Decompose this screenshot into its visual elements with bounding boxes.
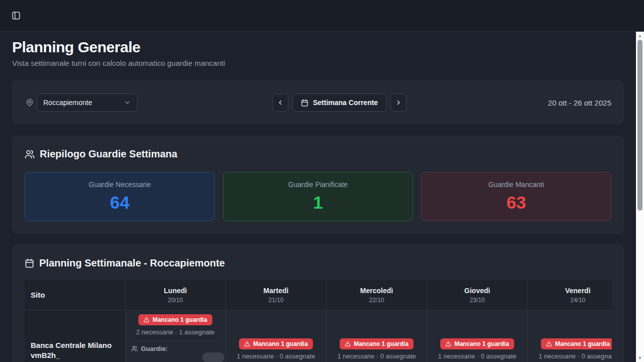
- stat-value: 63: [507, 193, 526, 213]
- week-date-range: 20 ott - 26 ott 2025: [548, 99, 611, 107]
- warning-icon: [143, 317, 149, 323]
- missing-guards-badge: Mancano 1 guardia: [440, 338, 514, 349]
- warning-icon: [244, 341, 250, 347]
- scroll-thumb[interactable]: [637, 40, 642, 211]
- planning-table: Sito Lunedì 20/10 Martedì 21/10 Mercoled…: [25, 280, 612, 362]
- site-select-value: Roccapiemonte: [43, 99, 124, 107]
- day-column-header-martedi: Martedì 21/10: [226, 280, 327, 310]
- cell-detail: 2 necessarie · 1 assegnate: [136, 328, 214, 336]
- missing-guards-badge: Mancano 1 guardia: [239, 338, 313, 349]
- calendar-icon: [301, 99, 308, 107]
- missing-guards-badge: Mancano 1 guardia: [541, 338, 612, 349]
- day-column-header-venerdi: Venerdì 24/10: [528, 280, 612, 310]
- prev-week-button[interactable]: [272, 94, 288, 112]
- vertical-scrollbar[interactable]: ▲ ▼: [636, 32, 644, 362]
- day-cell-martedi: Mancano 1 guardia 1 necessarie · 0 asseg…: [226, 310, 327, 362]
- page-subtitle: Vista settimanale turni con calcolo auto…: [12, 59, 624, 67]
- stat-label: Guardie Pianificate: [288, 180, 348, 189]
- current-week-button[interactable]: Settimana Corrente: [292, 94, 386, 112]
- day-cell-giovedi: Mancano 1 guardia 1 necessarie · 0 asseg…: [427, 310, 528, 362]
- stat-value: 64: [110, 193, 130, 213]
- panel-left-icon: [12, 11, 21, 20]
- site-cell: Banca Centrale Milano vmB2h_: [25, 310, 125, 362]
- sidebar-toggle-button[interactable]: [8, 8, 24, 24]
- day-column-header-giovedi: Giovedì 23/10: [427, 280, 528, 310]
- day-column-header-mercoledi: Mercoledì 22/10: [327, 280, 427, 310]
- cell-detail: 1 necessarie · 0 assegnate: [236, 352, 315, 360]
- chevron-down-icon: [124, 99, 131, 106]
- users-icon: [131, 345, 138, 352]
- missing-guards-badge: Mancano 1 guardia: [138, 314, 212, 325]
- warning-icon: [546, 341, 552, 347]
- cell-detail: 1 necessarie · 0 assegnate: [337, 352, 416, 360]
- current-week-label: Settimana Corrente: [313, 99, 378, 107]
- page-title: Planning Generale: [12, 39, 624, 56]
- top-bar: [0, 0, 644, 31]
- summary-card: Riepilogo Guardie Settimana Guardie Nece…: [12, 136, 624, 234]
- chevron-right-icon: [395, 99, 402, 106]
- cell-detail: 1 necessarie · 0 assegnate: [438, 352, 516, 360]
- filter-bar: Roccapiemonte: [12, 80, 624, 124]
- calendar-icon: [25, 258, 34, 268]
- day-cell-lunedi: Mancano 1 guardia 2 necessarie · 1 asseg…: [125, 310, 226, 362]
- scroll-down-arrow[interactable]: ▼: [636, 354, 644, 361]
- stat-card-guardie-pianificate: Guardie Pianificate 1: [223, 172, 413, 221]
- guards-label: Guardie:: [141, 345, 168, 352]
- map-pin-icon: [26, 99, 34, 107]
- guard-chip: [202, 352, 224, 362]
- summary-title: Riepilogo Guardie Settimana: [40, 148, 177, 160]
- warning-icon: [345, 341, 351, 347]
- stat-label: Guardie Necessarie: [89, 180, 151, 189]
- warning-icon: [445, 341, 451, 347]
- stat-value: 1: [313, 193, 323, 213]
- users-icon: [25, 149, 35, 159]
- day-column-header-lunedi: Lunedì 20/10: [125, 280, 226, 310]
- planning-card: Planning Settimanale - Roccapiemonte Sit…: [12, 245, 624, 362]
- cell-divider: [131, 341, 220, 341]
- chevron-left-icon: [277, 99, 284, 106]
- next-week-button[interactable]: [390, 94, 407, 112]
- stat-card-guardie-necessarie: Guardie Necessarie 64: [25, 172, 215, 221]
- stat-card-guardie-mancanti: Guardie Mancanti 63: [421, 172, 611, 221]
- planning-title: Planning Settimanale - Roccapiemonte: [39, 257, 225, 269]
- cell-detail: 1 necessarie · 0 assegnate: [538, 352, 612, 360]
- day-cell-mercoledi: Mancano 1 guardia 1 necessarie · 0 asseg…: [327, 310, 427, 362]
- missing-guards-badge: Mancano 1 guardia: [340, 338, 414, 349]
- main-scroll-area: Planning Generale Vista settimanale turn…: [0, 32, 636, 362]
- scroll-up-arrow[interactable]: ▲: [636, 32, 644, 39]
- site-column-header: Sito: [25, 280, 125, 310]
- stat-label: Guardie Mancanti: [489, 180, 544, 189]
- site-select[interactable]: Roccapiemonte: [37, 94, 137, 112]
- day-cell-venerdi: Mancano 1 guardia 1 necessarie · 0 asseg…: [528, 310, 612, 362]
